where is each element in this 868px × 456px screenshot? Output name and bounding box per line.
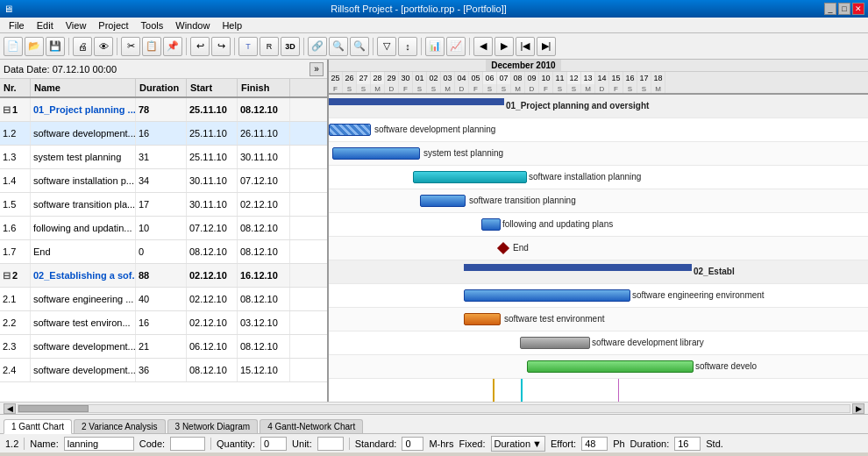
- cell-name: End: [31, 240, 136, 263]
- close-btn[interactable]: ✕: [852, 3, 864, 15]
- status-quantity-label: Quantity:: [217, 438, 255, 449]
- status-duration-dropdown[interactable]: Duration ▼: [491, 436, 545, 452]
- link-btn[interactable]: 🔗: [308, 37, 327, 56]
- status-standard-label: Standard:: [355, 438, 397, 449]
- print-btn[interactable]: 🖨: [73, 37, 92, 56]
- status-row-id: 1.2: [5, 438, 18, 449]
- cell-name: 02_Establishing a sof...: [31, 264, 136, 287]
- data-date-header: Data Date: 07.12.10 00:00 »: [0, 60, 327, 79]
- scroll-right-btn[interactable]: ▶: [852, 403, 864, 414]
- cell-duration: 31: [136, 146, 187, 168]
- tab-network[interactable]: 3 Network Diagram: [167, 419, 259, 433]
- menu-help[interactable]: Help: [217, 19, 247, 32]
- scrollbar-thumb[interactable]: [18, 405, 89, 412]
- scrollbar-track[interactable]: [18, 404, 850, 413]
- table-row[interactable]: 2.4 software development... 36 08.12.10 …: [0, 359, 327, 382]
- new-btn[interactable]: 📄: [4, 37, 23, 56]
- wd-1: F: [329, 84, 343, 93]
- table-row[interactable]: 1.4 software installation p... 34 30.11.…: [0, 169, 327, 193]
- cell-nr: 2.2: [0, 311, 31, 334]
- horizontal-scroll-area: ◀ ▶: [0, 402, 868, 414]
- gantt-bar-2-4: [527, 360, 694, 373]
- day-01: 01: [413, 72, 427, 84]
- menu-view[interactable]: View: [60, 19, 92, 32]
- tab-variance[interactable]: 2 Variance Analysis: [74, 419, 166, 433]
- next-btn[interactable]: ▶: [494, 37, 514, 56]
- table-body: ⊟1 01_Project planning ... 78 25.11.10 0…: [0, 98, 327, 402]
- redo-btn[interactable]: ↪: [211, 37, 231, 56]
- table-row[interactable]: 2.2 software test environ... 16 02.12.10…: [0, 311, 327, 335]
- zoom-out-btn[interactable]: 🔍: [350, 37, 369, 56]
- last-btn[interactable]: ▶|: [537, 37, 556, 56]
- copy-btn[interactable]: 📋: [142, 37, 161, 56]
- gantt-bar-2-2: [464, 313, 501, 325]
- zoom-in-btn[interactable]: 🔍: [329, 37, 348, 56]
- status-unit-input[interactable]: [317, 437, 344, 451]
- menu-edit[interactable]: Edit: [32, 19, 59, 32]
- cell-name: software development...: [31, 122, 136, 145]
- report-btn[interactable]: 📊: [425, 37, 445, 56]
- cell-start: 02.12.10: [187, 264, 238, 287]
- day-06: 06: [483, 72, 497, 84]
- gantt-row-2-2: software test environment: [329, 308, 868, 331]
- table-row[interactable]: 1.5 software transition pla... 17 30.11.…: [0, 193, 327, 217]
- cell-start: 25.11.10: [187, 146, 238, 168]
- status-standard-input[interactable]: [402, 437, 423, 451]
- preview-btn[interactable]: 👁: [94, 37, 113, 56]
- open-btn[interactable]: 📂: [25, 37, 44, 56]
- sep6: [373, 38, 374, 55]
- table-row[interactable]: 1.6 following and updatin... 10 07.12.10…: [0, 217, 327, 240]
- cut-btn[interactable]: ✂: [121, 37, 140, 56]
- minimize-btn[interactable]: _: [824, 3, 836, 15]
- table-row[interactable]: 1.7 End 0 08.12.10 08.12.10: [0, 240, 327, 264]
- tab-gantt-chart[interactable]: 1 Gantt Chart: [4, 419, 72, 434]
- collapse-btn[interactable]: »: [309, 62, 324, 76]
- table-row[interactable]: 1.3 system test planning 31 25.11.10 30.…: [0, 146, 327, 169]
- status-effort-input[interactable]: [581, 437, 608, 451]
- gantt-bar-1-3: [332, 147, 420, 160]
- filter-btn[interactable]: ▽: [377, 37, 396, 56]
- maximize-btn[interactable]: □: [838, 3, 850, 15]
- cell-nr: ⊟2: [0, 264, 31, 287]
- table-row[interactable]: 2.3 software development... 21 06.12.10 …: [0, 335, 327, 359]
- task-btn[interactable]: T: [238, 37, 258, 56]
- table-row[interactable]: ⊟2 02_Establishing a sof... 88 02.12.10 …: [0, 264, 327, 288]
- gantt-label-1: 01_Project planning and oversight: [506, 101, 649, 110]
- cell-finish: 30.11.10: [238, 146, 290, 168]
- chart-btn[interactable]: 📈: [446, 37, 466, 56]
- day-07: 07: [497, 72, 511, 84]
- paste-btn[interactable]: 📌: [163, 37, 182, 56]
- table-row[interactable]: 2.1 software engineering ... 40 02.12.10…: [0, 288, 327, 311]
- menu-project[interactable]: Project: [93, 19, 133, 32]
- save-btn[interactable]: 💾: [46, 37, 65, 56]
- resource-btn[interactable]: R: [260, 37, 279, 56]
- cell-finish: 26.11.10: [238, 122, 290, 145]
- menu-file[interactable]: File: [4, 19, 30, 32]
- tab-gantt-network[interactable]: 4 Gantt-Network Chart: [260, 419, 363, 433]
- table-row[interactable]: 1.2 software development... 16 25.11.10 …: [0, 122, 327, 146]
- gantt-label-1-2: software development planning: [374, 125, 495, 134]
- sort-btn[interactable]: ↕: [398, 37, 417, 56]
- sep4: [234, 38, 235, 55]
- status-quantity-input[interactable]: [260, 437, 287, 451]
- day-12: 12: [567, 72, 581, 84]
- table-row[interactable]: ⊟1 01_Project planning ... 78 25.11.10 0…: [0, 98, 327, 122]
- day-27: 27: [357, 72, 371, 84]
- prev-btn[interactable]: ◀: [473, 37, 493, 56]
- status-code-input[interactable]: [170, 437, 205, 451]
- gantt-label-1-4: software installation planning: [529, 172, 641, 182]
- cell-finish: 07.12.10: [238, 169, 290, 192]
- menu-tools[interactable]: Tools: [136, 19, 169, 32]
- status-duration-input[interactable]: [674, 437, 701, 451]
- undo-btn[interactable]: ↩: [190, 37, 210, 56]
- menu-window[interactable]: Window: [170, 19, 215, 32]
- scroll-left-btn[interactable]: ◀: [4, 403, 16, 414]
- wd-16: F: [539, 84, 553, 93]
- 3d-btn[interactable]: 3D: [281, 37, 300, 56]
- status-name-label: Name:: [30, 438, 58, 449]
- day-11: 11: [553, 72, 567, 84]
- status-name-input[interactable]: [64, 437, 134, 451]
- gantt-label-2-3: software development library: [592, 338, 704, 347]
- first-btn[interactable]: |◀: [516, 37, 535, 56]
- wd-4: M: [371, 84, 385, 93]
